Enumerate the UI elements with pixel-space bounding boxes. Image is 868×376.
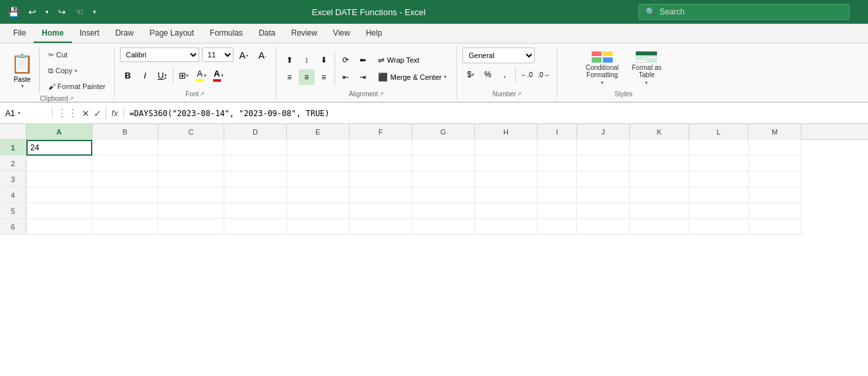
cell-f2[interactable]: [350, 156, 412, 172]
cell-a3[interactable]: [26, 172, 92, 187]
formula-confirm-icon[interactable]: ✓: [94, 108, 102, 119]
search-box[interactable]: 🔍: [638, 4, 850, 20]
align-left-button[interactable]: ≡: [282, 69, 297, 85]
cell-d3[interactable]: [224, 172, 287, 187]
tab-view[interactable]: View: [325, 24, 358, 43]
align-middle-button[interactable]: ↕: [299, 52, 315, 68]
cell-m1[interactable]: [749, 140, 801, 156]
cell-g2[interactable]: [412, 156, 475, 172]
cell-h5[interactable]: [475, 203, 538, 219]
cell-g5[interactable]: [412, 203, 475, 219]
cell-c5[interactable]: [158, 203, 224, 219]
decrease-decimal-button[interactable]: ←.0: [518, 67, 534, 82]
col-header-j[interactable]: J: [577, 124, 630, 140]
cell-e1[interactable]: [287, 140, 350, 156]
cell-m6[interactable]: [749, 219, 801, 235]
cell-h6[interactable]: [475, 219, 538, 235]
row-num-3[interactable]: 3: [0, 172, 26, 187]
cell-i6[interactable]: [538, 219, 577, 235]
italic-button[interactable]: I: [137, 67, 153, 83]
cell-k4[interactable]: [630, 187, 689, 203]
cell-c2[interactable]: [158, 156, 224, 172]
cell-l6[interactable]: [689, 219, 749, 235]
tab-review[interactable]: Review: [283, 24, 325, 43]
cell-d6[interactable]: [224, 219, 287, 235]
undo-dropdown[interactable]: ▾: [43, 7, 51, 16]
search-input[interactable]: [660, 7, 842, 16]
formula-fx-label[interactable]: fx: [106, 108, 124, 118]
border-button[interactable]: ⊞ ▾: [176, 67, 192, 83]
cell-i4[interactable]: [538, 187, 577, 203]
tab-page-layout[interactable]: Page Layout: [142, 24, 202, 43]
undo-button[interactable]: ↩: [26, 5, 39, 18]
cell-m3[interactable]: [749, 172, 801, 187]
cell-e2[interactable]: [287, 156, 350, 172]
cell-e3[interactable]: [287, 172, 350, 187]
cell-l4[interactable]: [689, 187, 749, 203]
cell-k3[interactable]: [630, 172, 689, 187]
cell-i2[interactable]: [538, 156, 577, 172]
cell-j1[interactable]: [577, 140, 630, 156]
cell-h2[interactable]: [475, 156, 538, 172]
cell-d5[interactable]: [224, 203, 287, 219]
cell-j4[interactable]: [577, 187, 630, 203]
cell-ref-dropdown[interactable]: ▾: [18, 110, 20, 116]
cell-f1[interactable]: [350, 140, 412, 156]
tab-data[interactable]: Data: [251, 24, 283, 43]
text-direction-button[interactable]: ⟳: [338, 52, 354, 68]
cell-k5[interactable]: [630, 203, 689, 219]
cell-a5[interactable]: [26, 203, 92, 219]
cell-b1[interactable]: [92, 140, 158, 156]
cell-f6[interactable]: [350, 219, 412, 235]
conditional-formatting-button[interactable]: ConditionalFormatting ▾: [580, 49, 624, 88]
fill-color-button[interactable]: A ▾: [193, 67, 209, 83]
align-center-button[interactable]: ≡: [299, 69, 315, 85]
cell-l1[interactable]: [689, 140, 749, 156]
cell-m2[interactable]: [749, 156, 801, 172]
increase-decimal-button[interactable]: .0→: [536, 67, 551, 82]
cell-i3[interactable]: [538, 172, 577, 187]
cell-a6[interactable]: [26, 219, 92, 235]
cell-g1[interactable]: [412, 140, 475, 156]
col-header-d[interactable]: D: [224, 124, 287, 140]
customize-qat-button[interactable]: ▾: [90, 7, 99, 16]
clipboard-expand-icon[interactable]: ↗: [69, 96, 74, 102]
percent-button[interactable]: %: [480, 67, 495, 82]
cell-b2[interactable]: [92, 156, 158, 172]
tab-file[interactable]: File: [5, 24, 34, 43]
tab-help[interactable]: Help: [358, 24, 390, 43]
indent-left-button[interactable]: ⬅: [355, 52, 371, 68]
cell-k1[interactable]: [630, 140, 689, 156]
currency-button[interactable]: $▾: [462, 67, 478, 82]
align-top-button[interactable]: ⬆: [282, 52, 297, 68]
cell-b6[interactable]: [92, 219, 158, 235]
tab-insert[interactable]: Insert: [72, 24, 108, 43]
font-color-button[interactable]: A ▾: [210, 67, 226, 83]
increase-indent-button[interactable]: ⇥: [355, 69, 371, 85]
cell-d4[interactable]: [224, 187, 287, 203]
copy-button[interactable]: ⧉ Copy ▾: [45, 63, 109, 78]
cell-h3[interactable]: [475, 172, 538, 187]
align-right-button[interactable]: ≡: [316, 69, 332, 85]
cell-c1[interactable]: [158, 140, 224, 156]
number-expand-icon[interactable]: ↗: [517, 91, 522, 97]
comma-button[interactable]: ,: [497, 67, 512, 82]
cell-m5[interactable]: [749, 203, 801, 219]
tab-formulas[interactable]: Formulas: [202, 24, 251, 43]
cell-e6[interactable]: [287, 219, 350, 235]
cell-a1[interactable]: 24: [26, 140, 92, 156]
align-bottom-button[interactable]: ⬇: [316, 52, 332, 68]
alignment-expand-icon[interactable]: ↗: [379, 91, 384, 97]
cell-l2[interactable]: [689, 156, 749, 172]
col-header-a[interactable]: A: [26, 124, 92, 140]
paste-button[interactable]: 📋 Paste ▾: [5, 47, 40, 94]
cell-e5[interactable]: [287, 203, 350, 219]
cell-l3[interactable]: [689, 172, 749, 187]
redo-button[interactable]: ↪: [55, 5, 69, 18]
col-header-h[interactable]: H: [475, 124, 538, 140]
col-header-m[interactable]: M: [749, 124, 801, 140]
merge-center-button[interactable]: ⬛ Merge & Center ▾: [373, 69, 452, 85]
row-num-5[interactable]: 5: [0, 203, 26, 219]
cell-i5[interactable]: [538, 203, 577, 219]
decrease-indent-button[interactable]: ⇤: [338, 69, 354, 85]
